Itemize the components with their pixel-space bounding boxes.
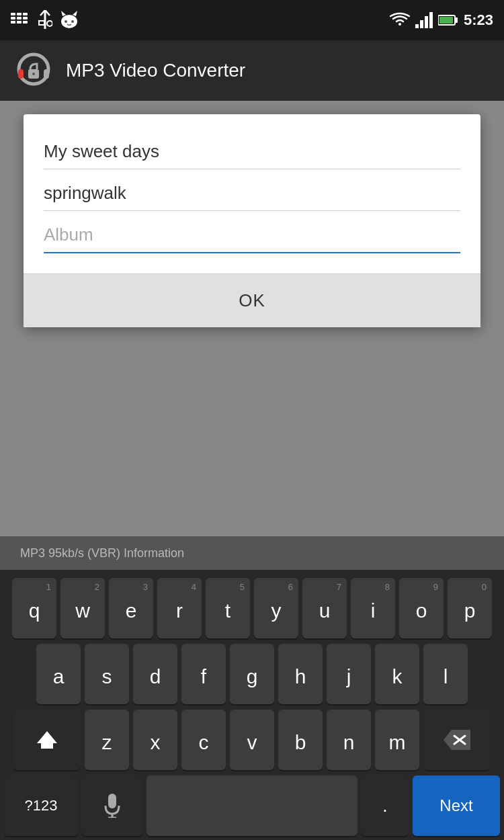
svg-rect-24 [455, 17, 458, 23]
key-p[interactable]: 0 p [448, 578, 492, 638]
svg-rect-7 [17, 21, 22, 24]
key-a[interactable]: a [36, 644, 81, 704]
svg-rect-19 [415, 24, 419, 28]
key-c[interactable]: c [181, 710, 226, 770]
mic-key[interactable] [82, 775, 142, 836]
key-s[interactable]: s [85, 644, 129, 704]
key-q[interactable]: 1 q [12, 578, 56, 638]
key-r[interactable]: 4 r [157, 578, 202, 638]
svg-rect-22 [429, 12, 433, 28]
svg-rect-12 [39, 21, 44, 25]
svg-rect-4 [17, 17, 22, 19]
status-icons-right: 5:23 [390, 11, 493, 29]
app-toolbar: MP3 Video Converter [0, 40, 504, 101]
dialog: OK [24, 114, 480, 327]
svg-rect-3 [11, 17, 15, 19]
ok-button[interactable]: OK [24, 274, 480, 327]
svg-rect-2 [23, 13, 28, 15]
key-m[interactable]: m [375, 710, 419, 770]
switch-key[interactable]: ?123 [4, 775, 78, 836]
status-icons-left [11, 10, 79, 30]
background-hint: MP3 95kb/s (VBR) Information [0, 536, 504, 570]
status-bar: 5:23 [0, 0, 504, 40]
period-key[interactable]: . [362, 775, 409, 836]
keyboard-row-1: 1 q 2 w 3 e 4 r 5 t 6 y 7 u 8 i [4, 578, 500, 638]
cat-icon [59, 11, 79, 30]
svg-marker-31 [444, 730, 470, 750]
status-time: 5:23 [464, 11, 493, 29]
artist-input[interactable] [44, 176, 460, 211]
shift-key[interactable] [13, 710, 81, 770]
shift-icon [37, 731, 57, 749]
key-l[interactable]: l [423, 644, 468, 704]
next-label: Next [439, 796, 472, 815]
backspace-icon [444, 730, 470, 750]
svg-rect-5 [23, 17, 28, 19]
title-input[interactable] [44, 134, 460, 169]
key-n[interactable]: n [327, 710, 371, 770]
key-g[interactable]: g [230, 644, 274, 704]
key-z[interactable]: z [85, 710, 129, 770]
keyboard-row-2: a s d f g h j k l [4, 644, 500, 704]
switch-label: ?123 [25, 797, 58, 814]
svg-marker-16 [73, 11, 77, 16]
signal-icon [415, 12, 433, 28]
key-w[interactable]: 2 w [60, 578, 105, 638]
mic-icon [103, 794, 122, 818]
key-y[interactable]: 6 y [254, 578, 298, 638]
key-b[interactable]: b [278, 710, 323, 770]
keyboard-row-bottom: ?123 . Next [4, 775, 500, 836]
svg-point-30 [32, 73, 35, 75]
svg-rect-0 [11, 13, 15, 15]
svg-rect-6 [11, 21, 15, 24]
svg-point-18 [71, 20, 74, 23]
dialog-field-album[interactable] [44, 218, 460, 253]
key-u[interactable]: 7 u [302, 578, 347, 638]
key-t[interactable]: 5 t [206, 578, 250, 638]
app-title: MP3 Video Converter [66, 60, 245, 81]
key-o[interactable]: 9 o [399, 578, 444, 638]
key-h[interactable]: h [278, 644, 323, 704]
grid-icon [11, 13, 31, 28]
svg-rect-21 [425, 16, 428, 28]
key-j[interactable]: j [327, 644, 371, 704]
key-f[interactable]: f [181, 644, 226, 704]
keyboard-row-3: z x c v b n m [4, 710, 500, 770]
album-input[interactable] [44, 218, 460, 253]
svg-point-13 [47, 21, 52, 26]
svg-point-17 [65, 20, 67, 23]
battery-icon [438, 14, 458, 26]
svg-rect-20 [420, 20, 423, 28]
svg-point-14 [61, 15, 77, 28]
period-label: . [382, 795, 388, 816]
svg-rect-8 [23, 21, 28, 24]
dialog-field-title[interactable] [44, 134, 460, 169]
svg-rect-28 [44, 69, 49, 79]
next-key[interactable]: Next [413, 775, 500, 836]
keyboard: 1 q 2 w 3 e 4 r 5 t 6 y 7 u 8 i [0, 570, 504, 840]
main-content: OK MP3 95kb/s (VBR) Information [0, 101, 504, 570]
key-i[interactable]: 8 i [351, 578, 395, 638]
svg-rect-34 [108, 794, 116, 808]
dialog-field-artist[interactable] [44, 176, 460, 211]
svg-marker-15 [61, 11, 66, 16]
wifi-icon [390, 12, 410, 28]
app-icon [13, 50, 54, 91]
space-key[interactable] [146, 775, 358, 836]
key-v[interactable]: v [230, 710, 274, 770]
key-k[interactable]: k [375, 644, 419, 704]
svg-rect-25 [439, 17, 453, 24]
backspace-key[interactable] [423, 710, 491, 770]
svg-rect-27 [18, 69, 24, 79]
key-e[interactable]: 3 e [109, 578, 153, 638]
key-x[interactable]: x [133, 710, 177, 770]
key-d[interactable]: d [133, 644, 177, 704]
svg-rect-1 [17, 13, 22, 15]
usb-icon [38, 10, 52, 30]
